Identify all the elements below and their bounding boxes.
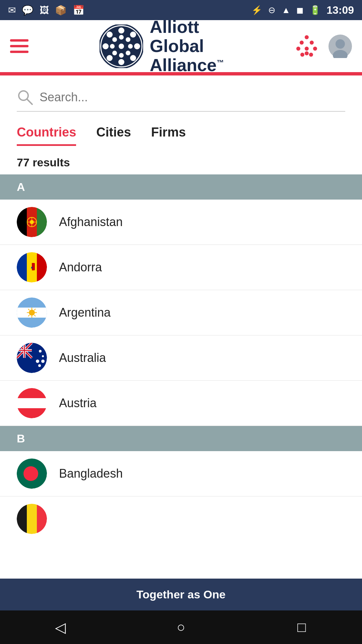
list-item[interactable] xyxy=(0,496,362,541)
svg-rect-35 xyxy=(37,207,47,237)
svg-point-18 xyxy=(119,44,124,49)
svg-point-17 xyxy=(126,51,130,55)
sim-icon: ◼ xyxy=(296,5,304,15)
list-item[interactable]: Austria xyxy=(0,381,362,426)
header: Alliott Global Alliance™ xyxy=(0,20,362,74)
flag-afghanistan xyxy=(17,207,47,237)
svg-rect-85 xyxy=(37,504,47,534)
flag-belgium xyxy=(17,504,47,534)
svg-point-74 xyxy=(42,355,44,357)
svg-rect-41 xyxy=(17,252,27,282)
menu-button[interactable] xyxy=(10,39,28,53)
search-bar xyxy=(17,89,345,112)
recent-button[interactable]: □ xyxy=(288,614,315,641)
tab-cities[interactable]: Cities xyxy=(96,125,131,146)
svg-point-72 xyxy=(41,360,45,363)
flag-argentina xyxy=(17,298,47,328)
home-button[interactable]: ○ xyxy=(168,614,194,641)
notification-icon[interactable] xyxy=(295,35,318,58)
logo-area: Alliott Global Alliance™ xyxy=(100,17,224,75)
status-time: 13:09 xyxy=(326,4,354,16)
section-header-a: A xyxy=(0,174,362,200)
chat-icon: 💬 xyxy=(22,5,34,16)
search-section xyxy=(0,75,362,118)
svg-point-29 xyxy=(333,50,348,58)
svg-rect-78 xyxy=(17,408,47,418)
svg-point-4 xyxy=(103,43,109,49)
svg-point-70 xyxy=(39,350,42,353)
bluetooth-icon: ⚡ xyxy=(251,5,262,15)
status-bar-left: ✉ 💬 🖼 📦 📅 xyxy=(8,5,84,16)
country-name: Austria xyxy=(59,396,97,410)
tab-firms[interactable]: Firms xyxy=(151,125,186,146)
search-icon xyxy=(17,89,34,106)
svg-point-9 xyxy=(130,55,136,61)
country-name: Bangladesh xyxy=(59,467,123,481)
svg-rect-76 xyxy=(17,388,47,398)
svg-point-8 xyxy=(107,55,113,61)
svg-point-22 xyxy=(296,47,300,51)
flag-andorra xyxy=(17,252,47,282)
svg-point-81 xyxy=(23,466,38,481)
back-button[interactable]: ◁ xyxy=(47,614,74,641)
trademark: ™ xyxy=(217,58,224,67)
svg-point-12 xyxy=(110,44,115,49)
search-input[interactable] xyxy=(40,90,345,104)
nav-bar: ◁ ○ □ xyxy=(0,610,362,644)
svg-point-2 xyxy=(118,28,124,34)
svg-point-15 xyxy=(126,37,130,42)
dnd-icon: ⊖ xyxy=(268,5,276,15)
svg-point-71 xyxy=(36,360,39,363)
svg-point-28 xyxy=(336,39,345,49)
svg-rect-77 xyxy=(17,398,47,408)
country-name: Australia xyxy=(59,351,106,365)
country-name: Andorra xyxy=(59,260,102,274)
status-bar-right: ⚡ ⊖ ▲ ◼ 🔋 13:09 xyxy=(251,4,354,16)
tabs: Countries Cities Firms xyxy=(0,118,362,146)
svg-rect-69 xyxy=(17,350,32,351)
svg-point-14 xyxy=(112,37,117,42)
svg-rect-33 xyxy=(17,207,27,237)
svg-rect-43 xyxy=(37,252,47,282)
svg-rect-83 xyxy=(17,504,27,534)
country-name: Argentina xyxy=(59,306,111,320)
svg-point-16 xyxy=(112,51,117,55)
flag-austria xyxy=(17,388,47,418)
menu-line-2 xyxy=(10,45,28,47)
app-name-1: Alliott xyxy=(150,17,199,37)
svg-point-25 xyxy=(300,53,304,57)
calendar-icon: 📅 xyxy=(73,5,84,16)
menu-line-3 xyxy=(10,51,28,53)
svg-point-11 xyxy=(119,53,124,58)
list-item[interactable]: Andorra xyxy=(0,245,362,290)
app-name-2: Global xyxy=(150,36,204,56)
svg-point-20 xyxy=(300,41,304,45)
logo-text: Alliott Global Alliance™ xyxy=(150,17,224,75)
svg-point-19 xyxy=(305,35,309,39)
list-item[interactable]: Argentina xyxy=(0,290,362,335)
photos-icon: 🖼 xyxy=(40,5,49,16)
section-header-b: B xyxy=(0,426,362,451)
svg-rect-84 xyxy=(27,504,37,534)
flag-bangladesh xyxy=(17,459,47,489)
svg-point-23 xyxy=(305,47,309,51)
wifi-icon: ▲ xyxy=(282,5,290,15)
app-name-3: Alliance xyxy=(150,55,217,75)
svg-point-3 xyxy=(118,59,124,65)
tab-countries[interactable]: Countries xyxy=(17,125,76,146)
list-item[interactable]: Australia xyxy=(0,335,362,381)
country-list: A Afghanistan xyxy=(0,174,362,579)
list-item[interactable]: Bangladesh xyxy=(0,451,362,496)
header-icons xyxy=(295,35,352,58)
svg-point-50 xyxy=(29,310,35,316)
svg-point-21 xyxy=(310,41,314,45)
svg-point-73 xyxy=(38,364,41,367)
flag-australia xyxy=(17,343,47,373)
footer-tagline: Together as One xyxy=(0,579,362,610)
user-avatar[interactable] xyxy=(328,35,352,58)
menu-line-1 xyxy=(10,39,28,42)
results-count: 77 results xyxy=(0,146,362,174)
battery-icon: 🔋 xyxy=(310,5,320,15)
list-item[interactable]: Afghanistan xyxy=(0,200,362,245)
svg-point-27 xyxy=(305,51,309,55)
